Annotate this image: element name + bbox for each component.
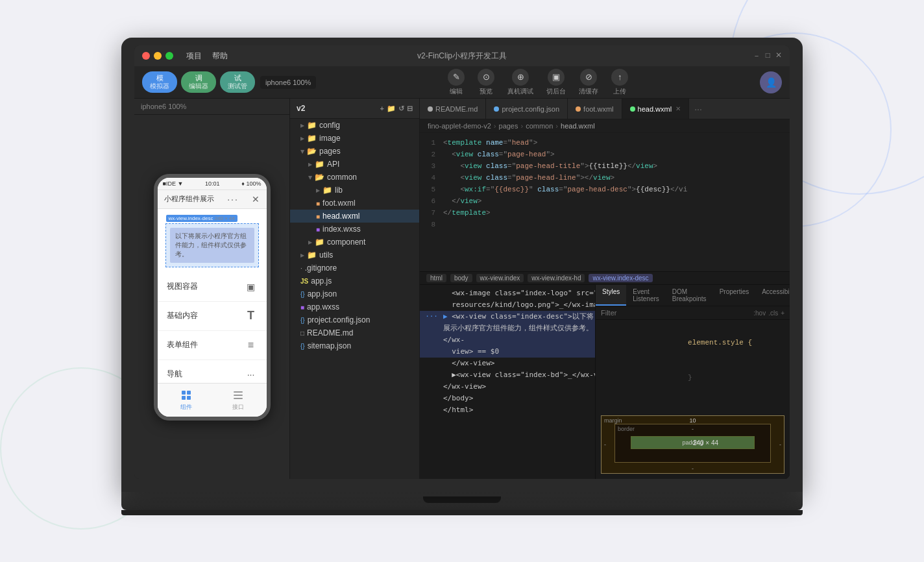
tree-item-project-config[interactable]: {} project.config.json (290, 313, 419, 326)
element-tag-body[interactable]: body (450, 274, 472, 282)
tree-collapse-icon[interactable]: ⊟ (407, 104, 413, 113)
tab-label: foot.wxml (583, 105, 613, 113)
styles-tab-dom-breakpoints[interactable]: DOM Breakpoints (666, 285, 713, 306)
element-tag-wx-view-index[interactable]: wx-view.index (476, 274, 524, 282)
tree-new-folder-icon[interactable]: 📁 (387, 104, 396, 113)
window-maximize-icon[interactable]: □ (766, 51, 770, 62)
tab-foot-wxml[interactable]: foot.wxml (568, 99, 622, 119)
simulator-button[interactable]: 模 模拟器 (142, 71, 177, 93)
styles-tab-event-listeners[interactable]: Event Listeners (626, 285, 666, 306)
line-number (420, 346, 443, 358)
bottom-panel: html body wx-view.index wx-view.index-hd… (420, 271, 790, 479)
device-info: iphone6 100% (260, 76, 316, 89)
menu-project[interactable]: 项目 (186, 51, 202, 62)
tab-readme[interactable]: README.md (420, 99, 486, 119)
minimize-button[interactable] (154, 52, 162, 60)
filter-buttons: :hov .cls + (753, 310, 784, 317)
device-debug-label: 真机调试 (507, 87, 533, 96)
element-tag-html[interactable]: html (426, 274, 446, 282)
tab-head-wxml[interactable]: head.wxml ✕ (622, 99, 690, 119)
tree-refresh-icon[interactable]: ↺ (398, 104, 404, 113)
list-item-3[interactable]: 导航 ··· (158, 360, 267, 383)
phone-more-icon[interactable]: ··· (227, 194, 239, 204)
phone-title-bar: 小程序组件展示 ··· ✕ (158, 190, 267, 209)
window-close-icon[interactable]: ✕ (775, 51, 782, 62)
preview-action[interactable]: ⊙ 预览 (478, 69, 494, 96)
clear-cache-action[interactable]: ⊘ 清缓存 (579, 69, 598, 96)
editor-button[interactable]: 调 编辑器 (181, 71, 216, 93)
editor-icon: 调 (195, 74, 202, 82)
edit-action[interactable]: ✎ 编辑 (448, 69, 465, 96)
tree-item-label: lib (335, 186, 343, 195)
tree-item-app-json[interactable]: {} app.json (290, 287, 419, 300)
laptop-base (121, 492, 803, 510)
console-line-5: ▶<wx-view class="index-bd">_</wx-view> (420, 369, 595, 381)
filter-add-btn[interactable]: + (781, 310, 784, 317)
tree-item-app-wxss[interactable]: ■ app.wxss (290, 300, 419, 313)
filter-input[interactable] (601, 309, 749, 317)
maximize-button[interactable] (165, 52, 173, 60)
background-action[interactable]: ▣ 切后台 (546, 69, 566, 96)
nav-item-0[interactable]: 组件 (180, 389, 193, 411)
user-avatar[interactable]: 👤 (760, 71, 782, 93)
line-number: ··· (420, 311, 443, 346)
device-debug-action[interactable]: ⊕ 真机调试 (507, 69, 533, 96)
list-item-2[interactable]: 表单组件 ≡ (158, 331, 267, 360)
device-debug-icon: ⊕ (512, 69, 529, 86)
tree-item-component[interactable]: ▶ 📁 component (290, 236, 419, 249)
laptop-notch (423, 496, 501, 503)
tree-item-head-wxml[interactable]: ■ head.wxml (290, 210, 419, 223)
upload-action[interactable]: ↑ 上传 (611, 69, 628, 96)
code-line-1: 1 <template name="head"> (420, 137, 790, 149)
list-item-icon-0: ▣ (245, 280, 258, 293)
nav-item-1[interactable]: 接口 (232, 389, 245, 411)
tree-item-gitignore[interactable]: · .gitignore (290, 262, 419, 275)
tree-new-file-icon[interactable]: + (380, 104, 384, 113)
tree-item-config[interactable]: ▶ 📁 config (290, 119, 419, 132)
tree-item-pages[interactable]: ▶ 📂 pages (290, 145, 419, 158)
list-item-1[interactable]: 基础内容 T (158, 302, 267, 331)
line-number (420, 381, 443, 393)
tree-item-label: .gitignore (305, 263, 337, 273)
chevron-icon: ▶ (300, 123, 304, 128)
tree-item-api[interactable]: ▶ 📁 API (290, 158, 419, 171)
styles-tab-styles[interactable]: Styles (596, 285, 626, 306)
styles-tab-accessibility[interactable]: Accessibility (755, 285, 790, 306)
filter-hover-btn[interactable]: :hov (753, 310, 766, 317)
tab-project-config[interactable]: project.config.json (486, 99, 568, 119)
element-tag-wx-view-index-desc[interactable]: wx-view.index-desc (589, 274, 652, 282)
console-line-8: </html> (420, 404, 595, 416)
phone-app-title: 小程序组件展示 (164, 194, 214, 204)
test-button[interactable]: 试 测试管 (220, 71, 255, 93)
tab-close-icon[interactable]: ✕ (675, 105, 681, 112)
tree-item-readme[interactable]: □ README.md (290, 326, 419, 339)
tree-item-image[interactable]: ▶ 📁 image (290, 132, 419, 145)
tree-item-app-js[interactable]: JS app.js (290, 275, 419, 287)
filter-class-btn[interactable]: .cls (768, 310, 778, 317)
laptop: 项目 帮助 v2-FinClip小程序开发工具 － □ ✕ 模 模拟器 (121, 38, 803, 524)
tree-item-utils[interactable]: ▶ 📁 utils (290, 249, 419, 262)
phone-frame: ■IDE ▼ 10:01 ♦ 100% 小程序组件展示 ··· ✕ (154, 174, 271, 421)
list-item-0[interactable]: 视图容器 ▣ (158, 273, 267, 302)
tree-item-common[interactable]: ▶ 📂 common (290, 171, 419, 184)
element-tag-wx-view-index-hd[interactable]: wx-view.index-hd (528, 274, 585, 282)
code-editor[interactable]: 1 <template name="head"> 2 <view class="… (420, 133, 790, 271)
style-selector: element.style { (688, 339, 752, 347)
tree-item-foot-wxml[interactable]: ■ foot.wxml (290, 197, 419, 210)
tree-item-sitemap[interactable]: {} sitemap.json (290, 339, 419, 352)
phone-close-icon[interactable]: ✕ (252, 194, 260, 204)
close-button[interactable] (142, 52, 150, 60)
tree-item-label: app.js (311, 276, 332, 286)
styles-tab-properties[interactable]: Properties (713, 285, 756, 306)
test-label: 测试管 (228, 82, 247, 90)
tree-item-index-wxss[interactable]: ■ index.wxss (290, 223, 419, 236)
console-line-1: resources/kind/logo.png">_</wx-image> (420, 299, 595, 311)
toolbar-actions: ✎ 编辑 ⊙ 预览 ⊕ 真机调试 ▣ 切后台 (321, 69, 755, 96)
styles-panel: Styles Event Listeners DOM Breakpoints P… (595, 285, 790, 479)
menu-help[interactable]: 帮助 (212, 51, 228, 62)
tab-dot (428, 106, 433, 112)
phone-wrapper: ■IDE ▼ 10:01 ♦ 100% 小程序组件展示 ··· ✕ (134, 115, 289, 479)
tab-more-icon[interactable]: ··· (689, 104, 707, 114)
tree-item-lib[interactable]: ▶ 📁 lib (290, 184, 419, 197)
window-minimize-icon[interactable]: － (753, 51, 760, 62)
